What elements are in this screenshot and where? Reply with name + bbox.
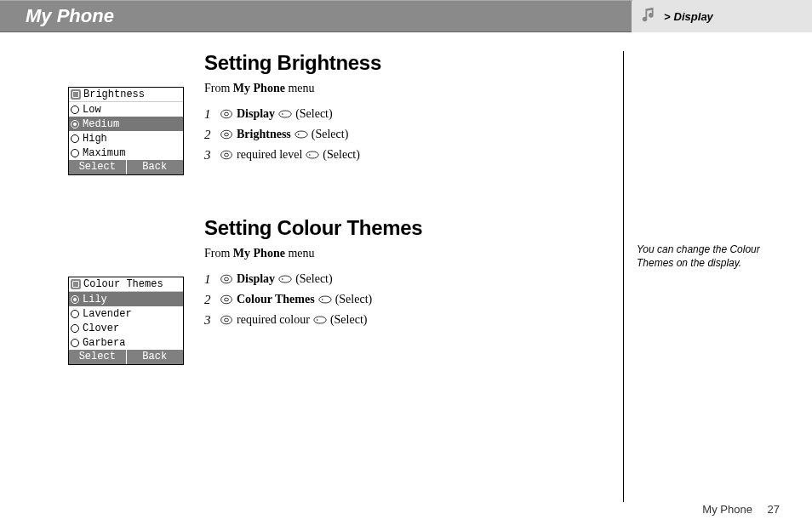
svg-point-22	[314, 317, 326, 323]
softkey-select: Select	[69, 350, 126, 364]
svg-point-1	[225, 112, 229, 116]
select-key-icon	[294, 128, 308, 140]
music-note-icon	[640, 5, 659, 27]
step: 1 Display (Select)	[204, 269, 621, 289]
page-footer: My Phone 27	[702, 503, 780, 516]
step: 3 required colour (Select)	[204, 310, 621, 330]
vertical-divider	[623, 51, 624, 502]
section-themes: Setting Colour Themes From My Phone menu…	[204, 216, 621, 330]
nav-key-icon	[220, 149, 233, 161]
display-icon	[71, 279, 81, 289]
screen-title: Brightness	[83, 88, 145, 100]
nav-key-icon	[220, 314, 233, 326]
step: 3 required level (Select)	[204, 145, 621, 165]
select-key-icon	[278, 108, 292, 120]
svg-point-6	[295, 131, 307, 138]
breadcrumb: > Display	[632, 0, 812, 32]
option-row: Low	[69, 102, 183, 117]
select-key-icon	[318, 294, 332, 305]
radio-icon	[71, 339, 79, 347]
softkey-back: Back	[126, 160, 184, 174]
svg-point-15	[282, 278, 283, 280]
phone-screen-themes: Colour Themes Lily Lavender Clover Garbe…	[68, 277, 184, 365]
svg-point-18	[318, 296, 330, 303]
option-row-selected: Lily	[69, 292, 183, 306]
step: 1 Display (Select)	[204, 104, 621, 124]
nav-key-icon	[220, 273, 233, 285]
svg-point-16	[221, 295, 232, 304]
screen-title-row: Colour Themes	[69, 277, 183, 292]
side-note: You can change the Colour Themes on the …	[637, 243, 786, 270]
svg-point-21	[225, 318, 229, 322]
screen-title-row: Brightness	[69, 88, 183, 102]
breadcrumb-gt: >	[664, 10, 671, 23]
option-row: High	[69, 131, 183, 146]
svg-point-2	[279, 111, 291, 117]
svg-point-7	[298, 134, 300, 135]
screen-title: Colour Themes	[83, 278, 163, 290]
select-key-icon	[306, 149, 319, 161]
svg-point-13	[225, 277, 229, 281]
softkey-back: Back	[126, 350, 184, 364]
option-row-selected: Medium	[69, 117, 183, 131]
nav-key-icon	[220, 294, 233, 305]
phone-screen-brightness: Brightness Low Medium High Maximum Selec…	[68, 87, 184, 175]
select-key-icon	[313, 314, 327, 326]
section-brightness: Setting Brightness From My Phone menu 1 …	[204, 51, 621, 165]
section-heading: Setting Brightness	[204, 51, 621, 75]
svg-point-12	[221, 275, 232, 283]
header-title: My Phone	[26, 5, 114, 27]
svg-point-3	[282, 113, 283, 115]
radio-icon	[71, 120, 79, 128]
svg-point-4	[221, 130, 232, 139]
steps-list: 1 Display (Select) 2 Colour Themes (Sele…	[204, 269, 621, 330]
option-row: Lavender	[69, 306, 183, 321]
svg-point-0	[221, 110, 232, 118]
from-line: From My Phone menu	[204, 247, 621, 260]
svg-point-14	[279, 276, 291, 283]
step: 2 Brightness (Select)	[204, 124, 621, 145]
page-number: 27	[768, 503, 780, 516]
svg-point-10	[306, 151, 318, 158]
svg-point-11	[309, 154, 311, 156]
option-row: Clover	[69, 321, 183, 335]
step: 2 Colour Themes (Select)	[204, 289, 621, 310]
nav-key-icon	[220, 128, 233, 140]
from-line: From My Phone menu	[204, 82, 621, 95]
radio-icon	[71, 106, 79, 114]
section-heading: Setting Colour Themes	[204, 216, 621, 240]
radio-icon	[71, 324, 79, 333]
radio-icon	[71, 149, 79, 157]
display-icon	[71, 89, 81, 100]
radio-icon	[71, 310, 79, 318]
radio-icon	[71, 134, 79, 143]
option-row: Maximum	[69, 146, 183, 160]
nav-key-icon	[220, 108, 233, 120]
select-key-icon	[278, 273, 292, 285]
svg-point-23	[317, 319, 318, 321]
softkey-select: Select	[69, 160, 126, 174]
svg-point-9	[225, 153, 229, 157]
option-row: Garbera	[69, 335, 183, 350]
steps-list: 1 Display (Select) 2 Brightness (Select)	[204, 104, 621, 165]
softkey-bar: Select Back	[69, 350, 183, 364]
footer-section: My Phone	[702, 503, 752, 516]
softkey-bar: Select Back	[69, 160, 183, 174]
breadcrumb-label: Display	[674, 10, 713, 23]
svg-point-5	[225, 133, 229, 136]
svg-point-8	[221, 151, 232, 159]
svg-point-20	[221, 316, 232, 324]
svg-point-17	[225, 298, 229, 301]
svg-point-19	[322, 299, 323, 300]
radio-icon	[71, 295, 79, 304]
